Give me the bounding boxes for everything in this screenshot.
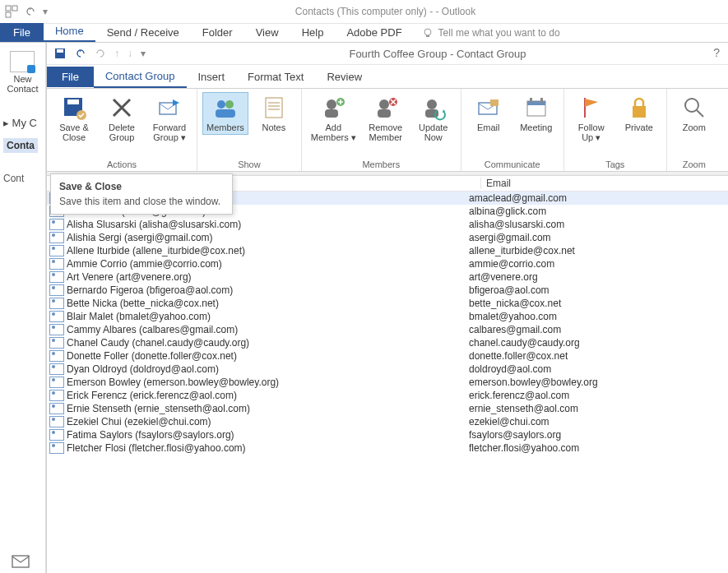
tell-me-search[interactable]: Tell me what you want to do <box>414 24 568 42</box>
save-close-button[interactable]: Save & Close <box>52 92 96 145</box>
private-label: Private <box>625 122 653 132</box>
qat-app-icon[interactable] <box>5 5 18 18</box>
group-tags-label: Tags <box>605 158 624 171</box>
meeting-button[interactable]: Meeting <box>514 92 559 135</box>
contact-card-icon <box>49 350 64 362</box>
contact-card-icon <box>49 390 64 401</box>
qat-next-icon[interactable]: ↓ <box>128 48 132 59</box>
member-name: Bette Nicka (bette_nicka@cox.net) <box>67 298 464 309</box>
member-name: Donette Foller (donette.foller@cox.net) <box>67 350 464 362</box>
member-email: allene_iturbide@cox.net <box>464 245 728 256</box>
add-members-button[interactable]: Add Members ▾ <box>307 92 360 146</box>
mail-nav-icon[interactable] <box>12 555 30 568</box>
zoom-button[interactable]: Zoom <box>672 92 716 135</box>
contacts-folder-selected[interactable]: Conta <box>3 138 38 153</box>
svg-point-13 <box>225 100 234 109</box>
contact-card-icon <box>49 258 64 270</box>
member-row[interactable]: Allene Iturbide (allene_iturbide@cox.net… <box>47 244 728 257</box>
member-row[interactable]: Dyan Oldroyd (doldroyd@aol.com)doldroyd@… <box>47 363 728 376</box>
svg-point-19 <box>327 99 336 109</box>
win-file-tab[interactable]: File <box>47 67 94 87</box>
qat-redo-icon[interactable] <box>95 48 106 59</box>
window-qat: ↑ ↓ ▾ Fourth Coffee Group - Contact Grou… <box>47 43 728 65</box>
member-row[interactable]: Alishia Sergi (asergi@gmail.com)asergi@g… <box>47 231 728 244</box>
contact-card-icon <box>49 311 64 322</box>
outer-tab-view[interactable]: View <box>244 23 290 42</box>
member-row[interactable]: Donette Foller (donette.foller@cox.net)d… <box>47 349 728 363</box>
outer-tab-folder[interactable]: Folder <box>191 23 244 42</box>
member-email: calbares@gmail.com <box>464 324 728 335</box>
new-contact-icon <box>10 51 35 72</box>
contact-card-icon <box>49 219 64 230</box>
notes-view-button[interactable]: Notes <box>252 92 296 135</box>
win-tab-format-text[interactable]: Format Text <box>236 67 315 87</box>
outer-tab-adobe-pdf[interactable]: Adobe PDF <box>335 23 413 42</box>
new-contact-label2: Contact <box>7 84 39 94</box>
member-row[interactable]: Bette Nicka (bette_nicka@cox.net)bette_n… <box>47 297 728 310</box>
lightbulb-icon <box>422 27 434 39</box>
member-name: Ernie Stenseth (ernie_stenseth@aol.com) <box>67 403 464 414</box>
update-now-button[interactable]: Update Now <box>411 92 456 145</box>
contacts-folder-2[interactable]: Cont <box>3 173 24 184</box>
svg-rect-26 <box>425 109 438 118</box>
member-row[interactable]: Ezekiel Chui (ezekiel@chui.com)ezekiel@c… <box>47 415 728 428</box>
notes-view-label: Notes <box>262 122 285 132</box>
group-actions-label: Actions <box>107 158 137 171</box>
outer-file-tab[interactable]: File <box>0 23 44 42</box>
outer-tab-home[interactable]: Home <box>44 21 95 42</box>
tooltip-body: Save this item and close the window. <box>59 196 224 207</box>
svg-rect-7 <box>57 49 63 53</box>
contact-card-icon <box>49 403 64 414</box>
win-tab-insert[interactable]: Insert <box>187 67 237 87</box>
member-row[interactable]: Bernardo Figeroa (bfigeroa@aol.com)bfige… <box>47 284 728 297</box>
qat-undo-icon[interactable] <box>75 48 86 59</box>
svg-point-25 <box>427 99 437 109</box>
qat-prev-icon[interactable]: ↑ <box>114 48 119 59</box>
member-row[interactable]: Alisha Slusarski (alisha@slusarski.com)a… <box>47 218 728 231</box>
member-name: Dyan Oldroyd (doldroyd@aol.com) <box>67 363 464 375</box>
flag-icon <box>578 95 605 121</box>
member-row[interactable]: Art Venere (art@venere.org)art@venere.or… <box>47 270 728 284</box>
member-row[interactable]: Chanel Caudy (chanel.caudy@caudy.org)cha… <box>47 336 728 349</box>
email-button[interactable]: Email <box>466 92 511 135</box>
svg-rect-20 <box>325 109 338 118</box>
follow-up-label: Follow Up ▾ <box>578 122 605 143</box>
meeting-label: Meeting <box>520 122 552 132</box>
follow-up-button[interactable]: Follow Up ▾ <box>569 92 614 146</box>
col-email-header[interactable]: Email <box>481 178 728 189</box>
private-button[interactable]: Private <box>617 92 661 135</box>
delete-group-button[interactable]: Delete Group <box>100 92 144 145</box>
member-name: Art Venere (art@venere.org) <box>67 271 464 283</box>
app-title: Contacts (This computer only) - - Outloo… <box>48 6 723 17</box>
help-button[interactable]: ? <box>713 46 720 59</box>
svg-rect-15 <box>266 98 282 118</box>
member-row[interactable]: Ernie Stenseth (ernie_stenseth@aol.com)e… <box>47 402 728 415</box>
new-contact-button[interactable]: New Contact <box>7 51 39 94</box>
outer-tab-send-receive[interactable]: Send / Receive <box>95 23 191 42</box>
member-list[interactable]: amaclead@gmail.comAlbina Glick (albina@g… <box>47 192 728 455</box>
qat-customize-icon[interactable]: ▾ <box>141 48 146 59</box>
member-row[interactable]: Fatima Saylors (fsaylors@saylors.org)fsa… <box>47 428 728 441</box>
forward-group-button[interactable]: Forward Group ▾ <box>147 92 192 146</box>
qat-save-icon[interactable] <box>53 47 67 60</box>
outer-tab-help[interactable]: Help <box>290 23 336 42</box>
member-name: Alishia Sergi (asergi@gmail.com) <box>67 232 464 243</box>
remove-member-button[interactable]: Remove Member <box>364 92 408 145</box>
win-tab-review[interactable]: Review <box>315 67 373 87</box>
member-name: Alisha Slusarski (alisha@slusarski.com) <box>67 219 464 230</box>
member-row[interactable]: Ammie Corrio (ammie@corrio.com)ammie@cor… <box>47 257 728 270</box>
member-row[interactable]: Fletcher Flosi (fletcher.flosi@yahoo.com… <box>47 441 728 455</box>
member-row[interactable]: Blair Malet (bmalet@yahoo.com)bmalet@yah… <box>47 310 728 323</box>
members-view-button[interactable]: Members <box>202 92 248 135</box>
my-contacts-heading[interactable]: ▸ My C <box>3 117 37 129</box>
member-name: Ammie Corrio (ammie@corrio.com) <box>67 258 464 270</box>
window-title: Fourth Coffee Group - Contact Group <box>154 48 721 60</box>
member-row[interactable]: Cammy Albares (calbares@gmail.com)calbar… <box>47 323 728 336</box>
member-row[interactable]: Emerson Bowley (emerson.bowley@bowley.or… <box>47 376 728 389</box>
zoom-label: Zoom <box>683 122 706 132</box>
win-tab-contact-group[interactable]: Contact Group <box>94 66 187 88</box>
member-email: amaclead@gmail.com <box>464 192 728 204</box>
qat-undo-icon[interactable] <box>25 6 36 17</box>
member-row[interactable]: Erick Ferencz (erick.ferencz@aol.com)eri… <box>47 389 728 402</box>
tooltip-title: Save & Close <box>59 181 224 192</box>
